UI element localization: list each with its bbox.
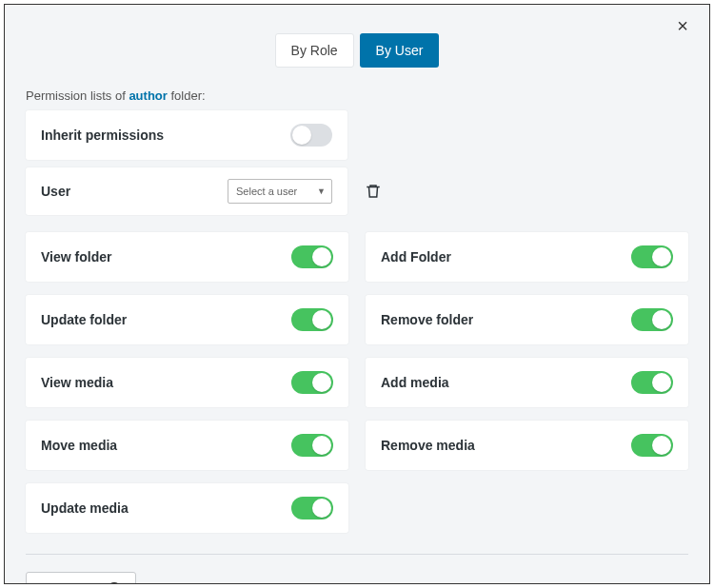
permission-toggle-update-media[interactable] [291, 497, 333, 519]
permission-label: Update media [41, 500, 129, 516]
permission-toggle-remove-folder[interactable] [631, 308, 673, 331]
tab-by-role[interactable]: By Role [275, 33, 354, 68]
permissions-grid: View folderAdd FolderUpdate folderRemove… [26, 232, 688, 533]
permission-remove-media: Remove media [366, 421, 688, 470]
modal-scroll[interactable]: × By Role By User Permission lists of au… [5, 5, 709, 583]
permission-label: Move media [41, 438, 117, 453]
intro-prefix: Permission lists of [26, 88, 129, 103]
permission-toggle-view-folder[interactable] [291, 245, 333, 268]
intro-suffix: folder: [168, 88, 206, 103]
toggle-knob [312, 499, 331, 518]
toggle-knob [312, 310, 331, 329]
permission-add-media: Add media [366, 358, 688, 407]
permission-toggle-move-media[interactable] [291, 434, 333, 457]
user-label: User [41, 184, 70, 199]
user-select[interactable]: Select a user ▼ [228, 179, 332, 204]
divider [26, 554, 688, 555]
permission-move-media: Move media [26, 421, 348, 470]
permission-label: Update folder [41, 312, 127, 327]
tab-by-user[interactable]: By User [360, 33, 440, 68]
inherit-label: Inherit permissions [41, 127, 164, 143]
toggle-knob [312, 436, 331, 455]
add-user-button[interactable]: Add User + [26, 572, 136, 583]
permission-update-folder: Update folder [26, 295, 348, 344]
toggle-knob [652, 310, 671, 329]
tab-row: By Role By User [26, 33, 688, 68]
folder-name-link[interactable]: author [129, 88, 167, 103]
user-card: User Select a user ▼ [26, 167, 347, 215]
trash-icon [365, 183, 382, 200]
permission-toggle-remove-media[interactable] [631, 434, 673, 457]
toggle-knob [312, 247, 331, 266]
permission-toggle-view-media[interactable] [291, 371, 333, 394]
toggle-knob [652, 247, 671, 266]
permission-label: Add media [381, 375, 449, 390]
toggle-knob [652, 373, 671, 392]
modal-frame: × By Role By User Permission lists of au… [4, 4, 710, 584]
permission-add-folder: Add Folder [366, 232, 688, 282]
permission-toggle-add-media[interactable] [631, 371, 673, 394]
toggle-knob [652, 436, 671, 455]
permission-view-media: View media [26, 358, 348, 407]
permission-label: Remove folder [381, 312, 473, 327]
toggle-knob [312, 373, 331, 392]
delete-user-button[interactable] [361, 179, 386, 204]
permission-label: Add Folder [381, 249, 451, 265]
permission-intro: Permission lists of author folder: [26, 88, 688, 103]
close-icon[interactable]: × [673, 16, 692, 35]
chevron-down-icon: ▼ [317, 186, 326, 196]
add-user-label: Add User [40, 583, 99, 584]
permission-remove-folder: Remove folder [366, 295, 688, 344]
permission-view-folder: View folder [26, 232, 348, 282]
permission-update-media: Update media [26, 483, 348, 533]
user-select-placeholder: Select a user [236, 186, 297, 197]
permission-label: View folder [41, 249, 111, 265]
plus-circle-icon: + [107, 582, 122, 583]
inherit-permissions-card: Inherit permissions [26, 110, 347, 160]
permission-label: Remove media [381, 438, 475, 453]
user-selection-row: User Select a user ▼ [26, 167, 688, 215]
permission-toggle-add-folder[interactable] [631, 245, 673, 268]
inherit-toggle[interactable] [290, 124, 332, 147]
permission-label: View media [41, 375, 113, 390]
toggle-knob [292, 126, 311, 145]
permission-toggle-update-folder[interactable] [291, 308, 333, 331]
